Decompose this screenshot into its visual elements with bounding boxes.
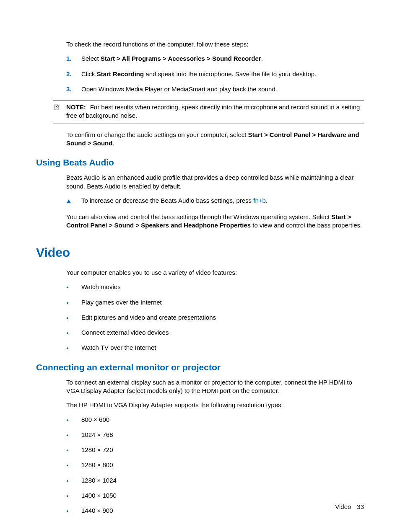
beats-heading: Using Beats Audio bbox=[36, 157, 364, 168]
step-bold: Start Recording bbox=[97, 70, 144, 77]
bullet-icon: ● bbox=[66, 328, 81, 337]
step-item: 3. Open Windows Media Player or MediaSma… bbox=[66, 85, 364, 93]
tip-post: . bbox=[266, 197, 268, 204]
bullet-icon: ● bbox=[66, 506, 81, 515]
feature-text: Connect external video devices bbox=[81, 328, 169, 337]
intro-text: To check the record functions of the com… bbox=[66, 40, 364, 49]
footer-page: 33 bbox=[357, 503, 364, 510]
list-item: ●1280 × 1024 bbox=[66, 476, 364, 485]
resolution-text: 1400 × 1050 bbox=[81, 491, 117, 500]
list-item: ●1440 × 900 bbox=[66, 506, 364, 515]
bullet-icon: ● bbox=[66, 446, 81, 454]
list-item: ●800 × 600 bbox=[66, 416, 364, 424]
list-item: ●Watch TV over the Internet bbox=[66, 343, 364, 352]
step-post: . bbox=[261, 55, 263, 62]
bullet-icon: ● bbox=[66, 283, 81, 291]
list-item: ●1400 × 1050 bbox=[66, 491, 364, 500]
beats-view: You can also view and control the bass s… bbox=[66, 213, 364, 230]
step-item: 2. Click Start Recording and speak into … bbox=[66, 70, 364, 78]
feature-text: Watch TV over the Internet bbox=[81, 343, 156, 352]
svg-marker-1 bbox=[67, 199, 71, 203]
step-number: 1. bbox=[66, 54, 81, 63]
step-number: 2. bbox=[66, 70, 81, 78]
page-footer: Video33 bbox=[335, 503, 364, 511]
step-text: Click Start Recording and speak into the… bbox=[81, 70, 364, 78]
video-intro: Your computer enables you to use a varie… bbox=[66, 269, 364, 277]
resolution-text: 1440 × 900 bbox=[81, 506, 113, 515]
resolution-text: 1280 × 800 bbox=[81, 461, 113, 469]
bullet-icon: ● bbox=[66, 416, 81, 424]
note-label: NOTE: bbox=[66, 103, 86, 111]
list-item: ●Connect external video devices bbox=[66, 328, 364, 337]
note-icon bbox=[53, 104, 60, 111]
beats-intro: Beats Audio is an enhanced audio profile… bbox=[66, 173, 364, 191]
step-number: 3. bbox=[66, 85, 81, 93]
connect-p1: To connect an external display such as a… bbox=[66, 378, 364, 395]
connect-p2: The HP HDMI to VGA Display Adapter suppo… bbox=[66, 401, 364, 409]
video-features-list: ●Watch movies ●Play games over the Inter… bbox=[66, 283, 364, 352]
step-bold: Start > All Programs > Accessories > Sou… bbox=[101, 55, 261, 62]
bullet-icon: ● bbox=[66, 298, 81, 307]
resolution-text: 800 × 600 bbox=[81, 416, 109, 424]
step-text: Open Windows Media Player or MediaSmart … bbox=[81, 85, 364, 93]
feature-text: Edit pictures and video and create prese… bbox=[81, 313, 216, 322]
note-text: For best results when recording, speak d… bbox=[66, 103, 360, 119]
bullet-icon: ● bbox=[66, 461, 81, 469]
step-pre: Click bbox=[81, 70, 97, 77]
list-item: ●1024 × 768 bbox=[66, 431, 364, 439]
tip-text: To increase or decrease the Beats Audio … bbox=[81, 196, 268, 206]
note-box: NOTE:For best results when recording, sp… bbox=[53, 100, 364, 124]
tip-pre: To increase or decrease the Beats Audio … bbox=[81, 197, 253, 204]
bullet-icon: ● bbox=[66, 343, 81, 352]
feature-text: Play games over the Internet bbox=[81, 298, 162, 307]
resolution-list: ●800 × 600 ●1024 × 768 ●1280 × 720 ●1280… bbox=[66, 416, 364, 515]
bullet-icon: ● bbox=[66, 431, 81, 439]
step-post: and speak into the microphone. Save the … bbox=[144, 70, 316, 77]
list-item: ●Play games over the Internet bbox=[66, 298, 364, 307]
list-item: ●1280 × 720 bbox=[66, 446, 364, 454]
bullet-icon: ● bbox=[66, 313, 81, 322]
confirm-text: To confirm or change the audio settings … bbox=[66, 131, 364, 148]
view-post: to view and control the bass properties. bbox=[251, 222, 362, 229]
step-item: 1. Select Start > All Programs > Accesso… bbox=[66, 54, 364, 63]
footer-section: Video bbox=[335, 503, 351, 510]
tip-key: fn+b bbox=[253, 197, 266, 204]
steps-list: 1. Select Start > All Programs > Accesso… bbox=[66, 54, 364, 93]
bullet-icon: ● bbox=[66, 491, 81, 500]
step-text: Select Start > All Programs > Accessorie… bbox=[81, 54, 364, 63]
resolution-text: 1280 × 720 bbox=[81, 446, 113, 454]
video-heading: Video bbox=[36, 244, 364, 261]
tip-row: To increase or decrease the Beats Audio … bbox=[66, 196, 364, 206]
list-item: ●Watch movies bbox=[66, 283, 364, 291]
resolution-text: 1280 × 1024 bbox=[81, 476, 117, 485]
list-item: ●Edit pictures and video and create pres… bbox=[66, 313, 364, 322]
note-body: NOTE:For best results when recording, sp… bbox=[66, 103, 364, 120]
view-pre: You can also view and control the bass s… bbox=[66, 213, 331, 220]
connect-heading: Connecting an external monitor or projec… bbox=[36, 362, 364, 373]
step-pre: Select bbox=[81, 55, 101, 62]
resolution-text: 1024 × 768 bbox=[81, 431, 113, 439]
confirm-post: . bbox=[112, 139, 114, 147]
list-item: ●1280 × 800 bbox=[66, 461, 364, 469]
feature-text: Watch movies bbox=[81, 283, 121, 291]
step-pre: Open Windows Media Player or MediaSmart … bbox=[81, 85, 277, 93]
triangle-icon bbox=[66, 199, 71, 204]
confirm-pre: To confirm or change the audio settings … bbox=[66, 131, 248, 138]
bullet-icon: ● bbox=[66, 476, 81, 485]
